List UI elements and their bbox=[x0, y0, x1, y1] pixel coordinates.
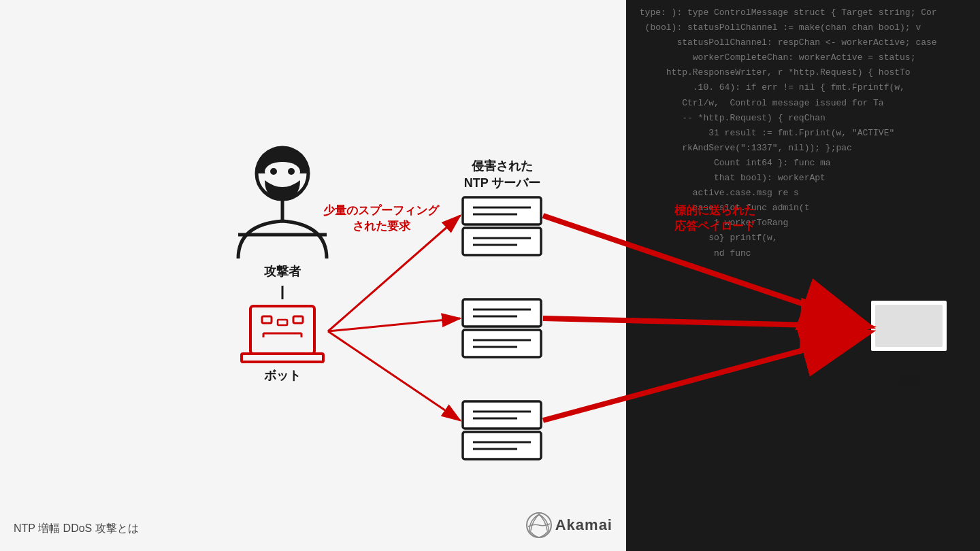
svg-rect-8 bbox=[262, 316, 272, 323]
akamai-text: Akamai bbox=[555, 516, 612, 534]
svg-rect-9 bbox=[293, 316, 303, 323]
akamai-icon bbox=[525, 512, 553, 539]
svg-line-49 bbox=[543, 333, 866, 420]
svg-rect-19 bbox=[463, 228, 541, 255]
svg-text:標的に送られた: 標的に送られた bbox=[674, 204, 755, 217]
svg-rect-22 bbox=[463, 299, 541, 327]
svg-line-44 bbox=[328, 331, 460, 420]
svg-line-42 bbox=[328, 216, 460, 331]
svg-line-43 bbox=[328, 318, 460, 331]
svg-text:応答ペイロード: 応答ペイロード bbox=[674, 219, 755, 233]
svg-rect-25 bbox=[463, 330, 541, 357]
svg-rect-16 bbox=[463, 197, 541, 224]
svg-rect-31 bbox=[463, 432, 541, 459]
target-label: 標的 bbox=[896, 373, 921, 387]
svg-point-3 bbox=[288, 168, 295, 175]
bot-label: ボット bbox=[264, 369, 301, 382]
svg-point-2 bbox=[270, 168, 277, 175]
svg-rect-39 bbox=[881, 361, 936, 367]
svg-line-48 bbox=[543, 318, 866, 327]
svg-rect-10 bbox=[278, 320, 287, 325]
bottom-title: NTP 増幅 DDoS 攻撃とは bbox=[14, 522, 139, 536]
svg-text:少量のスプーフィング: 少量のスプーフィング bbox=[323, 204, 440, 217]
diagram-svg: 攻撃者 ボット 侵害された NTP サーバー 標 bbox=[0, 0, 980, 551]
svg-text:された要求: された要求 bbox=[353, 220, 411, 233]
svg-rect-37 bbox=[875, 305, 943, 347]
svg-rect-7 bbox=[250, 306, 314, 354]
attacker-label: 攻撃者 bbox=[263, 265, 301, 278]
svg-rect-14 bbox=[242, 354, 323, 362]
svg-rect-28 bbox=[463, 401, 541, 429]
svg-point-1 bbox=[265, 162, 300, 181]
akamai-logo: Akamai bbox=[525, 512, 612, 539]
svg-text:NTP サーバー: NTP サーバー bbox=[464, 176, 541, 190]
svg-text:侵害された: 侵害された bbox=[471, 158, 533, 173]
